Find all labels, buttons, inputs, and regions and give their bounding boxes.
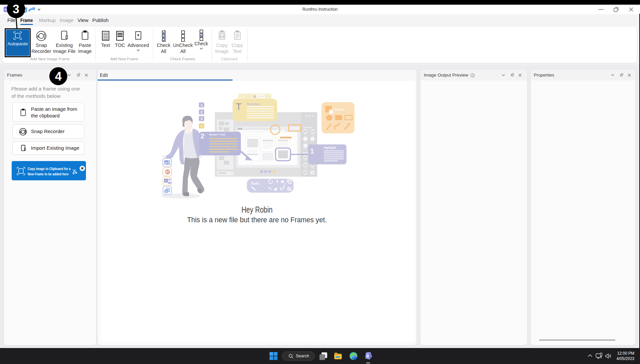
svg-text:1: 1 bbox=[310, 147, 314, 155]
svg-text:1: 1 bbox=[201, 103, 203, 107]
svg-text:3: 3 bbox=[201, 117, 203, 121]
svg-text:Markup: Markup bbox=[303, 152, 309, 154]
svg-text:Tr A /: Tr A / bbox=[245, 95, 253, 98]
svg-text:Highlight: Highlight bbox=[324, 146, 336, 149]
svg-text:4: 4 bbox=[55, 70, 62, 83]
svg-text:2: 2 bbox=[201, 110, 203, 114]
svg-text:Tools: Tools bbox=[251, 182, 259, 185]
svg-text:Text Box: Text Box bbox=[247, 102, 260, 106]
svg-text:3: 3 bbox=[13, 2, 19, 16]
svg-text:P: P bbox=[166, 171, 168, 174]
svg-text:A: A bbox=[254, 95, 256, 98]
svg-text:4: 4 bbox=[201, 124, 203, 128]
svg-text:Shapes: Shapes bbox=[334, 108, 345, 111]
svg-text:Add Frame: Add Frame bbox=[304, 126, 312, 128]
svg-text:W: W bbox=[165, 161, 168, 164]
svg-text:Arrow + Text: Arrow + Text bbox=[209, 133, 225, 136]
svg-text:T: T bbox=[165, 180, 167, 183]
svg-text:2: 2 bbox=[201, 132, 204, 140]
svg-text:O: O bbox=[165, 190, 168, 193]
svg-text:R: R bbox=[366, 354, 369, 358]
svg-text:Section Tip: Section Tip bbox=[258, 95, 267, 97]
